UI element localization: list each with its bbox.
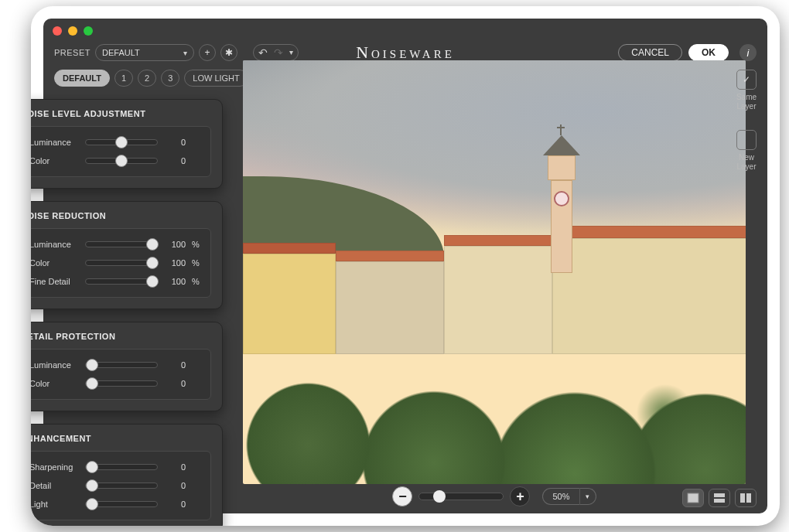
view-split-horizontal-button[interactable] [709,489,730,507]
preset-label: PRESET [54,48,91,57]
color-slider[interactable] [85,260,158,266]
cancel-button[interactable]: CANCEL [618,44,682,61]
preset-dropdown[interactable]: DEFAULT ▾ [95,44,194,61]
zoom-in-button[interactable]: + [510,486,530,506]
slider-thumb[interactable] [86,461,98,473]
luminance-label: Luminance [31,240,79,249]
slider-thumb[interactable] [146,257,159,269]
panel-title: ENHANCEMENT [31,434,211,443]
add-preset-button[interactable]: + [199,44,216,61]
slider-thumb[interactable] [115,136,128,148]
color-slider[interactable] [85,380,158,387]
minus-icon: − [398,489,407,505]
view-mode-toggles [682,489,757,507]
slider-thumb[interactable] [146,238,159,251]
finedetail-slider[interactable] [85,278,158,285]
unit-percent: % [192,258,203,268]
slider-thumb[interactable] [115,155,128,167]
fullscreen-window-icon[interactable] [84,26,93,36]
luminance-label: Luminance [31,360,79,370]
sharpening-value: 0 [164,462,186,472]
panel-enhancement: ENHANCEMENT Sharpening 0 Detail 0 [31,424,223,526]
check-icon: ✓ [743,74,750,85]
tab-lowlight[interactable]: LOW LIGHT [184,70,248,87]
svg-rect-3 [740,493,745,503]
color-value: 0 [164,379,186,388]
window-traffic-lights [53,26,93,36]
color-label: Color [31,258,79,268]
undo-icon[interactable]: ↶ [258,47,268,58]
outer-frame: PRESET DEFAULT ▾ + ✱ ↶ ↷ ▾ Noiseware CAN… [31,6,780,526]
light-label: Light [31,500,79,509]
view-single-button[interactable] [682,489,704,507]
sharpening-label: Sharpening [31,462,79,472]
zoom-slider[interactable] [418,493,504,500]
luminance-slider[interactable] [85,362,158,368]
image-preview[interactable] [243,60,746,484]
panel-title: DETAIL PROTECTION [31,332,211,341]
view-single-icon [687,493,699,503]
gear-icon: ✱ [225,47,233,58]
svg-rect-0 [688,493,698,503]
slider-thumb[interactable] [86,359,98,371]
new-layer-label: New Layer [736,153,756,172]
svg-rect-2 [714,499,725,503]
minimize-window-icon[interactable] [68,26,77,36]
ok-button[interactable]: OK [688,44,729,61]
info-button[interactable]: i [739,44,757,61]
view-split-vertical-button[interactable] [735,489,757,507]
plus-icon: + [205,47,210,58]
luminance-slider[interactable] [85,241,158,247]
color-label: Color [31,156,79,165]
cancel-label: CANCEL [631,47,669,58]
same-layer-label: Same Layer [736,93,757,111]
slider-thumb[interactable] [86,479,98,492]
new-layer-button[interactable] [736,130,757,150]
light-slider[interactable] [85,501,158,507]
preset-settings-button[interactable]: ✱ [220,44,237,61]
plus-icon: + [516,489,524,505]
info-icon: i [747,47,750,59]
tab-1[interactable]: 1 [114,70,133,87]
zoom-toolbar: − + 50% ▾ [243,486,746,507]
color-slider[interactable] [85,158,158,164]
close-window-icon[interactable] [53,26,62,36]
preset-tabs: DEFAULT 1 2 3 LOW LIGHT [54,70,248,87]
same-layer-button[interactable]: ✓ [736,70,757,90]
panel-detail-protection: DETAIL PROTECTION Luminance 0 Color 0 [31,322,223,411]
finedetail-label: Fine Detail [31,277,79,286]
detail-value: 0 [164,481,186,490]
history-dropdown-icon[interactable]: ▾ [289,49,293,56]
layer-output-strip: ✓ Same Layer New Layer [733,70,760,172]
detail-label: Detail [31,481,79,490]
preset-value: DEFAULT [102,48,140,57]
luminance-value: 100 [164,240,186,249]
zoom-dropdown[interactable]: ▾ [579,488,596,505]
chevron-down-icon: ▾ [183,49,187,57]
slider-thumb[interactable] [86,498,98,510]
slider-thumb[interactable] [146,275,159,288]
tab-3[interactable]: 3 [161,70,179,87]
light-value: 0 [164,500,186,509]
panel-title: NOISE LEVEL ADJUSTMENT [31,109,211,118]
redo-icon[interactable]: ↷ [274,47,283,58]
luminance-slider[interactable] [85,139,158,145]
sharpening-slider[interactable] [85,464,158,470]
zoom-out-button[interactable]: − [392,486,412,506]
color-value: 0 [164,156,186,165]
unit-percent: % [192,277,203,286]
chevron-down-icon: ▾ [586,493,589,500]
zoom-slider-thumb[interactable] [433,490,446,503]
tab-2[interactable]: 2 [138,70,156,87]
ok-label: OK [702,47,716,58]
view-split-vertical-icon [739,493,752,503]
luminance-label: Luminance [31,138,79,147]
slider-thumb[interactable] [86,377,98,390]
detail-slider[interactable] [85,483,158,489]
history-controls: ↶ ↷ ▾ [253,44,299,61]
panel-noise-reduction: NOISE REDUCTION Luminance 100 % Color 10… [31,201,223,309]
color-label: Color [31,379,79,388]
svg-rect-4 [746,493,751,503]
tab-default[interactable]: DEFAULT [54,70,110,87]
luminance-value: 0 [164,360,186,370]
